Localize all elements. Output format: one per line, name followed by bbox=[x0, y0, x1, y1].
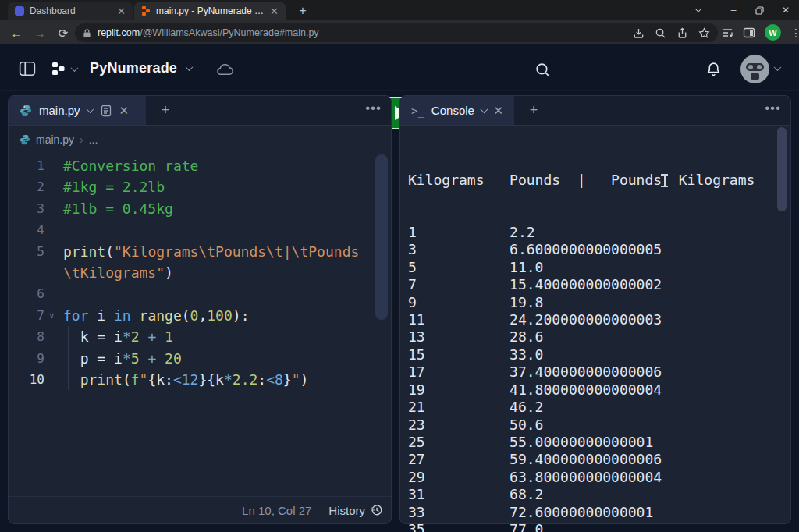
console-line: 27 59.400000000000006 bbox=[408, 451, 779, 468]
indent-guide bbox=[68, 348, 69, 369]
notifications-bell-icon[interactable] bbox=[706, 62, 721, 78]
history-button[interactable]: History bbox=[328, 504, 383, 517]
code-line: 4 bbox=[9, 219, 391, 240]
line-number: 10 bbox=[9, 369, 44, 390]
console-tab-label: Console bbox=[431, 104, 474, 117]
console-line: 5 11.0 bbox=[408, 259, 779, 276]
browser-tabstrip: Dashboard ✕ main.py - PyNumerade - Repli… bbox=[0, 0, 799, 20]
editor-pane: main.py ✕ + ••• main.py › ... 1#Conversi… bbox=[8, 95, 392, 524]
console-line: 21 46.2 bbox=[408, 399, 779, 416]
chevron-down-icon[interactable] bbox=[480, 105, 488, 113]
window-minimize-button[interactable]: – bbox=[722, 0, 745, 20]
editor-tabbar: main.py ✕ + ••• bbox=[9, 96, 391, 126]
account-chevron-icon[interactable] bbox=[775, 66, 780, 71]
user-avatar[interactable] bbox=[740, 55, 769, 83]
console-scrollbar[interactable] bbox=[777, 127, 787, 211]
media-controls-icon[interactable] bbox=[721, 27, 733, 39]
zoom-icon[interactable] bbox=[655, 27, 666, 39]
breadcrumb-separator: › bbox=[80, 133, 83, 146]
console-line: 7 15.400000000000002 bbox=[408, 276, 779, 293]
editor-statusbar: Ln 10, Col 27 History bbox=[9, 496, 391, 523]
project-title: PyNumerade bbox=[90, 60, 177, 76]
tab-close-icon[interactable]: ✕ bbox=[117, 6, 126, 16]
new-tab-button[interactable]: + bbox=[295, 3, 311, 19]
editor-scrollbar[interactable] bbox=[375, 154, 388, 320]
window-close-button[interactable]: ✕ bbox=[774, 0, 797, 20]
console-header-line: Kilograms Pounds | Pounds Kilograms bbox=[408, 172, 779, 189]
console-line: 13 28.6 bbox=[408, 328, 779, 346]
console-tab[interactable]: >_ Console ✕ bbox=[400, 96, 514, 125]
line-number: 3 bbox=[9, 198, 44, 219]
side-panel-icon[interactable] bbox=[743, 27, 755, 39]
forward-icon[interactable]: → bbox=[31, 26, 48, 41]
app-window: Dashboard ✕ main.py - PyNumerade - Repli… bbox=[0, 0, 799, 532]
console-line: 33 72.60000000000001 bbox=[408, 504, 779, 521]
console-line: 25 55.00000000000001 bbox=[408, 434, 779, 451]
code-line: 10 print(f"{k:<12}{k*2.2:<8}") bbox=[9, 369, 391, 390]
console-line: 3 6.6000000000000005 bbox=[408, 241, 779, 258]
browser-tab-dashboard[interactable]: Dashboard ✕ bbox=[8, 2, 133, 20]
code-line: 5print("Kilograms\tPounds\t|\tPounds\tKi… bbox=[9, 241, 391, 284]
cursor-position: Ln 10, Col 27 bbox=[242, 504, 311, 517]
tab-close-icon[interactable]: ✕ bbox=[270, 6, 279, 16]
console-line: 9 19.8 bbox=[408, 294, 779, 311]
code-line: 2#1kg = 2.2lb bbox=[9, 176, 391, 197]
reload-icon[interactable]: ⟳ bbox=[55, 26, 72, 41]
line-number: 5 bbox=[9, 241, 44, 284]
add-console-tab-button[interactable]: + bbox=[525, 102, 542, 119]
breadcrumb-more[interactable]: ... bbox=[89, 133, 98, 146]
chevron-down-icon[interactable] bbox=[86, 105, 94, 113]
editor-tab-label: main.py bbox=[39, 104, 80, 117]
browser-tab-replit[interactable]: main.py - PyNumerade - Replit ✕ bbox=[134, 2, 286, 20]
python-icon bbox=[20, 105, 32, 117]
console-tabbar: >_ Console ✕ + ••• bbox=[400, 96, 790, 126]
browser-tab-title: Dashboard bbox=[30, 5, 112, 16]
share-icon[interactable] bbox=[676, 27, 688, 39]
replit-logo[interactable] bbox=[51, 62, 77, 76]
editor-more-options-icon[interactable]: ••• bbox=[365, 101, 382, 116]
close-icon[interactable]: ✕ bbox=[119, 105, 130, 116]
code-line: 1#Conversion rate bbox=[9, 155, 391, 176]
browser-tab-title: main.py - PyNumerade - Replit bbox=[156, 5, 265, 16]
console-line: 11 24.200000000000003 bbox=[408, 311, 779, 328]
window-chevron-icon[interactable] bbox=[687, 0, 710, 20]
line-number: 1 bbox=[9, 155, 44, 176]
project-menu[interactable]: PyNumerade bbox=[90, 60, 192, 76]
fold-chevron-icon[interactable]: ∨ bbox=[49, 305, 55, 326]
breadcrumb[interactable]: main.py › ... bbox=[20, 133, 98, 146]
code-lines: 1#Conversion rate2#1kg = 2.2lb3#1lb = 0.… bbox=[9, 155, 391, 390]
file-diff-icon[interactable] bbox=[100, 105, 112, 117]
back-icon[interactable]: ← bbox=[8, 26, 25, 41]
browser-menu-icon[interactable]: ⋮ bbox=[790, 27, 799, 39]
indent-guide bbox=[68, 369, 69, 390]
line-number: 7 bbox=[9, 305, 44, 326]
bookmark-star-icon[interactable] bbox=[698, 27, 710, 39]
console-line: 31 68.2 bbox=[408, 486, 779, 503]
replit-favicon-icon bbox=[141, 6, 151, 16]
console-more-options-icon[interactable]: ••• bbox=[765, 101, 781, 116]
console-line: 17 37.400000000000006 bbox=[408, 364, 779, 381]
console-line: 29 63.800000000000004 bbox=[408, 469, 779, 486]
console-output[interactable]: Kilograms Pounds | Pounds Kilograms 1 2.… bbox=[408, 137, 779, 532]
download-icon[interactable] bbox=[633, 27, 645, 39]
sidebar-toggle-icon[interactable] bbox=[19, 60, 36, 77]
browser-profile-avatar[interactable]: W bbox=[765, 24, 781, 41]
history-clock-icon bbox=[371, 504, 383, 516]
url-text: replit.com/@WilliamsAkwasi/PyNumerade#ma… bbox=[98, 27, 627, 38]
editor-tab-main-py[interactable]: main.py ✕ bbox=[9, 96, 146, 125]
add-tab-button[interactable]: + bbox=[157, 102, 174, 119]
window-restore-button[interactable] bbox=[748, 0, 771, 20]
line-number: 9 bbox=[9, 348, 44, 369]
address-bar[interactable]: replit.com/@WilliamsAkwasi/PyNumerade#ma… bbox=[75, 23, 718, 42]
code-line: 9 p = i*5 + 20 bbox=[9, 348, 391, 369]
console-line: 15 33.0 bbox=[408, 346, 779, 364]
line-number: 8 bbox=[9, 326, 44, 347]
lock-icon bbox=[83, 28, 91, 38]
close-icon[interactable]: ✕ bbox=[493, 105, 503, 116]
line-number: 6 bbox=[9, 283, 44, 304]
indent-guide bbox=[68, 326, 69, 347]
dashboard-favicon-icon bbox=[15, 6, 24, 16]
search-icon[interactable] bbox=[534, 62, 551, 78]
code-line: 3#1lb = 0.45kg bbox=[9, 198, 391, 219]
python-icon bbox=[20, 134, 30, 145]
